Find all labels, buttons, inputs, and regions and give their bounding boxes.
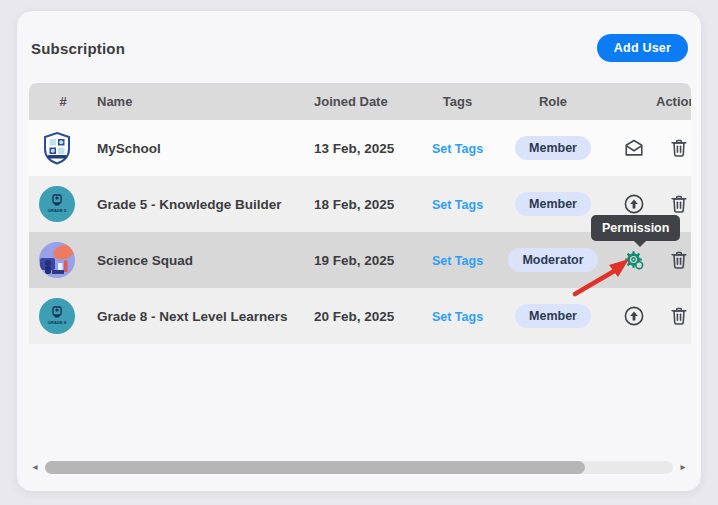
role-badge: Member (515, 192, 591, 216)
subscription-screen: Subscription Add User # Name Joined Date… (0, 0, 718, 505)
science-squad-avatar (39, 242, 75, 278)
permission-settings-icon[interactable] (623, 249, 645, 271)
row-joined-date: 19 Feb, 2025 (314, 253, 424, 268)
grade-5-avatar: GRADE 5 (39, 186, 75, 222)
column-header-name: Name (97, 94, 314, 109)
delete-icon[interactable] (668, 249, 690, 271)
svg-text:GRADE 8: GRADE 8 (48, 320, 67, 325)
grade-8-avatar: GRADE 8 (39, 298, 75, 334)
row-joined-date: 18 Feb, 2025 (314, 197, 424, 212)
card-header: Subscription Add User (17, 11, 701, 62)
delete-icon[interactable] (668, 193, 690, 215)
column-header-tags: Tags (424, 94, 491, 109)
delete-icon[interactable] (668, 305, 690, 327)
table-header-row: # Name Joined Date Tags Role Action (29, 83, 691, 120)
upgrade-icon[interactable] (623, 305, 645, 327)
row-name: MySchool (97, 141, 314, 156)
role-badge: Member (515, 136, 591, 160)
add-user-button[interactable]: Add User (597, 34, 688, 62)
scroll-right-arrow[interactable]: ▸ (677, 462, 689, 472)
set-tags-link[interactable]: Set Tags (432, 198, 483, 212)
column-header-index: # (29, 94, 97, 109)
delete-icon[interactable] (668, 137, 690, 159)
subscription-card: Subscription Add User # Name Joined Date… (16, 10, 702, 492)
row-joined-date: 20 Feb, 2025 (314, 309, 424, 324)
set-tags-link[interactable]: Set Tags (432, 254, 483, 268)
column-header-action: Action (615, 94, 691, 109)
horizontal-scrollbar: ◂ ▸ (29, 459, 689, 475)
table-row: GRADE 8 Grade 8 - Next Level Learners 20… (29, 288, 691, 344)
set-tags-link[interactable]: Set Tags (432, 310, 483, 324)
upgrade-icon[interactable] (623, 193, 645, 215)
row-name: Science Squad (97, 253, 314, 268)
column-header-role: Role (491, 94, 615, 109)
table-row-highlighted: Science Squad 19 Feb, 2025 Set Tags Mode… (29, 232, 691, 288)
table-row: MySchool 13 Feb, 2025 Set Tags Member (29, 120, 691, 176)
role-badge: Member (515, 304, 591, 328)
scrollbar-track[interactable] (45, 461, 673, 474)
row-name: Grade 5 - Knowledge Builder (97, 197, 314, 212)
scrollbar-thumb[interactable] (45, 461, 585, 474)
row-name: Grade 8 - Next Level Learners (97, 309, 314, 324)
column-header-joined-date: Joined Date (314, 94, 424, 109)
message-icon[interactable] (623, 137, 645, 159)
subscription-table: # Name Joined Date Tags Role Action (29, 83, 691, 344)
svg-text:GRADE 5: GRADE 5 (48, 208, 67, 213)
permission-tooltip: Permission (591, 215, 680, 241)
role-badge: Moderator (508, 248, 597, 272)
row-joined-date: 13 Feb, 2025 (314, 141, 424, 156)
scroll-left-arrow[interactable]: ◂ (29, 462, 41, 472)
set-tags-link[interactable]: Set Tags (432, 142, 483, 156)
school-crest-avatar (39, 130, 75, 166)
page-title: Subscription (31, 40, 125, 57)
